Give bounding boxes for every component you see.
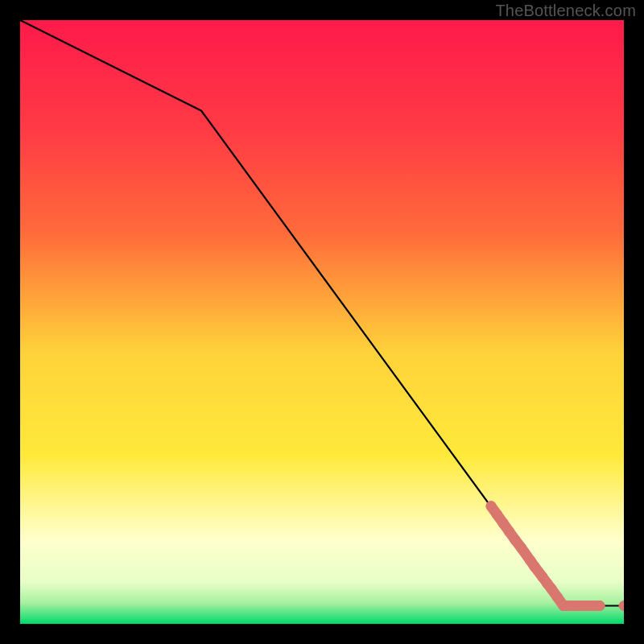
marker-dot [576,601,587,611]
svg-rect-0 [20,20,624,624]
marker-dot [492,510,502,520]
attribution-text: TheBottleneck.com [495,2,636,20]
marker-dot [547,584,557,594]
marker-dot [486,501,497,511]
marker-dot [530,561,540,572]
chart-container [20,20,624,624]
marker-dot [595,601,605,611]
marker-dot [559,601,569,611]
marker-dot [498,518,509,528]
marker-dot [552,592,563,603]
marker-dot [504,526,514,537]
chart-svg [20,20,624,624]
marker-dot [516,543,526,553]
